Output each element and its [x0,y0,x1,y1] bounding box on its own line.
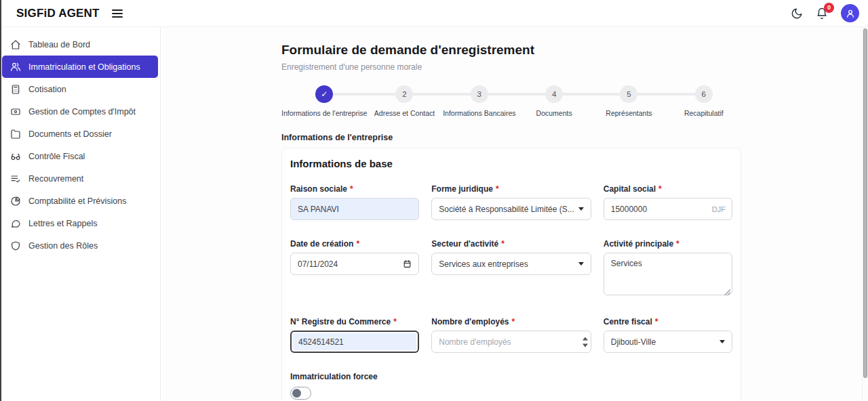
shield-icon [10,240,21,251]
app-logo: SIGFiD AGENT [16,7,100,20]
sidebar-item-documents[interactable]: Documents et Dossier [2,123,158,145]
field-raison-sociale: Raison sociale* [290,184,419,220]
stepper: ✓ Informations de l'entreprise 2 Adresse… [281,85,741,117]
sidebar-item-label: Tableau de Bord [28,40,90,49]
scrollbar-track [862,27,868,401]
nombre-employes-input[interactable] [431,331,591,353]
sidebar-item-label: Recouvrement [28,174,83,184]
activite-principale-textarea[interactable]: Services [604,253,732,295]
step-6-recapitulatif[interactable]: 6 Recapitulatif [667,85,741,117]
home-icon [10,39,21,50]
field-nombre-employes: Nombre d'employés* [431,317,591,353]
field-immatriculation-forcee: Immatriculation forcee [290,372,732,400]
step-3-informations-bancaires[interactable]: 3 Informations Bancaires [442,85,517,117]
card-title: Informations de base [290,158,732,169]
field-centre-fiscal: Centre fiscal* Djibouti-Ville [604,317,732,353]
step-circle: 4 [545,85,563,103]
toggle-label: Immatriculation forcee [290,372,732,381]
step-5-representants[interactable]: 5 Représentants [591,85,666,117]
sidebar-item-label: Immatriculation et Obligations [28,62,140,72]
step-circle: 3 [471,85,488,103]
secteur-activite-select[interactable]: Services aux entreprises [431,253,591,275]
sidebar-item-label: Lettres et Rappels [28,219,97,228]
sidebar-item-gestion-roles[interactable]: Gestion des Rôles [2,234,158,257]
step-circle: 2 [395,85,413,103]
calculator-icon [10,84,21,95]
registre-commerce-input[interactable] [290,331,419,353]
toggle-knob [292,389,301,398]
step-2-adresse-contact[interactable]: 2 Adresse et Contact [367,85,441,117]
sidebar: Tableau de Bord Immatriculation et Oblig… [0,27,161,401]
dark-mode-moon-icon[interactable] [791,7,803,20]
form-card: Informations de base Raison sociale* For… [281,148,741,401]
user-avatar[interactable] [841,4,859,22]
centre-fiscal-select[interactable]: Djibouti-Ville [604,331,732,353]
sidebar-item-comptabilite[interactable]: Comptabilité et Prévisions [2,190,158,212]
raison-sociale-input[interactable] [290,198,419,220]
sidebar-item-cotisation[interactable]: Cotisation [2,78,158,100]
immatriculation-forcee-toggle[interactable] [290,387,311,400]
page-title: Formulaire de demande d'enregistrement [281,43,741,58]
section-label: Informations de l'entreprise [281,133,741,142]
sidebar-item-label: Documents et Dossier [28,129,112,139]
sidebar-item-lettres[interactable]: Lettres et Rappels [2,212,158,234]
field-forme-juridique: Forme juridique* Société à Responsabilit… [431,184,591,220]
users-icon [10,62,21,72]
field-date-creation: Date de création* 07/11/2024 [290,239,419,298]
step-circle: 6 [695,85,713,103]
hamburger-menu-icon[interactable] [112,9,123,18]
topbar: SIGFiD AGENT 0 [0,0,868,27]
banknote-icon [10,106,21,117]
spinner-up-icon[interactable] [583,337,588,340]
sidebar-item-comptes-impot[interactable]: Gestion de Comptes d'Impôt [2,100,158,123]
forme-juridique-select[interactable]: Société à Responsabilité Limitée (S... [431,198,591,220]
notification-badge: 0 [824,3,834,13]
list-check-icon [10,173,21,184]
sidebar-item-label: Gestion des Rôles [28,241,98,251]
field-secteur-activite: Secteur d'activité* Services aux entrepr… [431,239,591,298]
sidebar-item-label: Cotisation [28,85,66,94]
chevron-down-icon [719,340,725,343]
date-creation-input[interactable]: 07/11/2024 [290,253,419,275]
scrollbar-thumb[interactable] [863,28,867,378]
notifications-bell-icon[interactable]: 0 [816,7,828,20]
number-spinner[interactable] [583,337,588,347]
step-circle: ✓ [315,85,333,103]
topbar-actions: 0 [791,4,859,22]
spinner-down-icon[interactable] [583,343,588,347]
resize-handle[interactable] [724,289,730,295]
main-content: Formulaire de demande d'enregistrement E… [161,27,862,401]
folder-icon [10,129,21,140]
field-registre-commerce: N° Registre du Commerce* [290,317,419,353]
currency-suffix: DJF [712,205,726,213]
field-capital-social: Capital social* DJF [604,184,732,220]
page-subtitle: Enregistrement d'une personne morale [281,62,741,72]
glasses-icon [10,151,21,162]
sidebar-item-recouvrement[interactable]: Recouvrement [2,167,158,190]
window-edge [0,0,1,401]
step-4-documents[interactable]: 4 Documents [517,85,591,117]
field-activite-principale: Activité principale* Services [604,239,732,298]
chevron-down-icon [578,262,584,266]
step-1-informations-entreprise[interactable]: ✓ Informations de l'entreprise [281,85,367,117]
chevron-down-icon [578,207,584,211]
sidebar-item-controle-fiscal[interactable]: Contrôle Fiscal [2,145,158,167]
sidebar-item-immatriculation[interactable]: Immatriculation et Obligations [2,56,158,78]
sidebar-item-label: Contrôle Fiscal [28,152,85,161]
pie-chart-icon [10,196,21,207]
chat-bubble-icon [10,218,21,229]
sidebar-item-tableau-de-bord[interactable]: Tableau de Bord [2,33,158,56]
calendar-icon[interactable] [403,259,412,268]
sidebar-item-label: Gestion de Comptes d'Impôt [28,107,136,117]
step-circle: 5 [620,85,637,103]
sidebar-item-label: Comptabilité et Prévisions [28,196,127,206]
